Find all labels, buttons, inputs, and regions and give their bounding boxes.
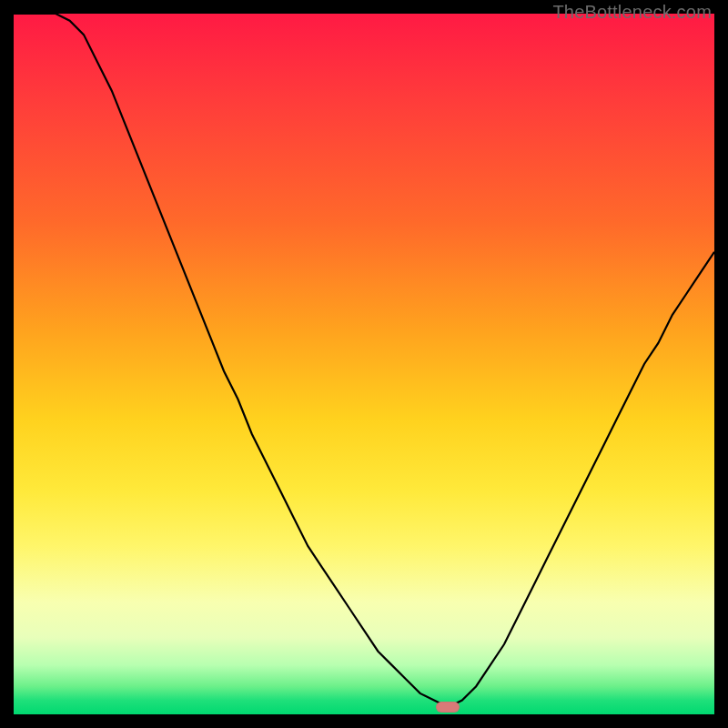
watermark-text: TheBottleneck.com <box>552 2 712 23</box>
bottleneck-curve <box>14 14 714 714</box>
curve-path <box>14 14 714 707</box>
trough-marker <box>436 702 460 713</box>
plot-area <box>14 14 714 714</box>
chart-frame: TheBottleneck.com <box>0 0 728 728</box>
